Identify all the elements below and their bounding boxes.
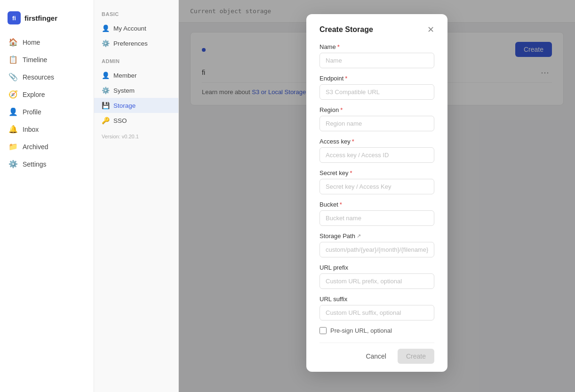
archived-icon: 📁 (8, 142, 18, 151)
required-star-endpoint: * (345, 75, 347, 82)
create-storage-modal: Create Storage ✕ Name * Endpoint * (306, 14, 447, 372)
sidebar-item-explore[interactable]: 🧭 Explore (4, 86, 90, 103)
sidebar-item-label: Resources (23, 73, 54, 81)
version-label: Version: v0.20.1 (94, 128, 178, 139)
form-group-url-prefix: URL prefix (319, 264, 434, 289)
input-access-key[interactable] (319, 147, 434, 163)
system-label: System (113, 87, 135, 94)
label-region: Region * (319, 106, 434, 113)
required-star-access-key: * (352, 138, 354, 145)
timeline-icon: 📋 (8, 55, 18, 64)
form-group-secret-key: Secret key * (319, 169, 434, 194)
input-bucket[interactable] (319, 210, 434, 226)
label-storage-path: Storage Path ↗ (319, 232, 434, 240)
checkbox-presign[interactable] (319, 327, 327, 334)
label-url-prefix: URL prefix (319, 264, 434, 271)
checkbox-row-presign: Pre-sign URL, optional (319, 327, 434, 334)
modal-cancel-button[interactable]: Cancel (359, 349, 393, 364)
sidebar-item-inbox[interactable]: 🔔 Inbox (4, 121, 90, 137)
required-star-bucket: * (340, 201, 342, 208)
profile-icon: 👤 (8, 107, 18, 116)
secondary-nav-member[interactable]: 👤 Member (94, 68, 178, 83)
input-endpoint[interactable] (319, 84, 434, 100)
sidebar-item-archived[interactable]: 📁 Archived (4, 138, 90, 155)
sidebar-item-label: Inbox (23, 126, 39, 133)
sidebar-item-resources[interactable]: 📎 Resources (4, 69, 90, 85)
home-icon: 🏠 (8, 38, 18, 47)
input-secret-key[interactable] (319, 179, 434, 194)
sso-label: SSO (113, 117, 127, 124)
form-group-storage-path: Storage Path ↗ (319, 232, 434, 257)
app-logo[interactable]: fi firstfinger (0, 8, 94, 34)
page-area: Current object storage Create fi ⋯ Learn… (179, 0, 575, 392)
storage-label: Storage (113, 102, 136, 109)
input-region[interactable] (319, 116, 434, 131)
modal-title: Create Storage (319, 25, 373, 34)
sidebar-item-profile[interactable]: 👤 Profile (4, 104, 90, 120)
form-group-endpoint: Endpoint * (319, 75, 434, 100)
app-name: firstfinger (24, 14, 57, 22)
secondary-nav-sso[interactable]: 🔑 SSO (94, 113, 178, 128)
inbox-icon: 🔔 (8, 125, 18, 134)
basic-section-label: Basic (94, 11, 178, 21)
modal-close-button[interactable]: ✕ (427, 25, 434, 34)
secondary-nav-storage[interactable]: 💾 Storage (94, 98, 178, 113)
sidebar-item-label: Settings (23, 160, 47, 168)
required-star-name: * (337, 43, 340, 50)
form-group-access-key: Access key * (319, 138, 434, 163)
input-storage-path[interactable] (319, 242, 434, 257)
secondary-nav-system[interactable]: ⚙️ System (94, 83, 178, 98)
required-star-region: * (340, 106, 343, 113)
sidebar-item-label: Explore (23, 91, 45, 98)
secondary-sidebar: Basic 👤 My Account ⚙️ Preferences Admin … (94, 0, 179, 392)
sidebar-item-timeline[interactable]: 📋 Timeline (4, 51, 90, 68)
preferences-label: Preferences (113, 40, 148, 47)
label-url-suffix: URL suffix (319, 296, 434, 303)
checkbox-presign-label: Pre-sign URL, optional (330, 327, 392, 334)
label-endpoint: Endpoint * (319, 75, 434, 82)
sidebar: fi firstfinger 🏠 Home 📋 Timeline 📎 Resou… (0, 0, 94, 392)
form-group-bucket: Bucket * (319, 201, 434, 226)
my-account-label: My Account (113, 25, 146, 32)
explore-icon: 🧭 (8, 90, 18, 99)
modal-header: Create Storage ✕ (319, 25, 434, 34)
external-link-icon[interactable]: ↗ (357, 233, 361, 239)
secondary-nav-my-account[interactable]: 👤 My Account (94, 21, 178, 36)
settings-icon: ⚙️ (8, 160, 18, 168)
resources-icon: 📎 (8, 72, 18, 81)
storage-icon: 💾 (102, 102, 110, 109)
modal-overlay[interactable]: Create Storage ✕ Name * Endpoint * (179, 0, 575, 392)
label-bucket: Bucket * (319, 201, 434, 208)
sso-icon: 🔑 (102, 117, 110, 124)
member-icon: 👤 (102, 72, 110, 79)
member-label: Member (113, 72, 137, 79)
label-name: Name * (319, 43, 434, 50)
form-group-name: Name * (319, 43, 434, 68)
required-star-secret-key: * (350, 169, 352, 176)
input-url-suffix[interactable] (319, 305, 434, 320)
sidebar-item-label: Archived (23, 143, 48, 151)
preferences-icon: ⚙️ (102, 40, 110, 47)
input-name[interactable] (319, 53, 434, 68)
sidebar-item-label: Timeline (23, 56, 47, 64)
my-account-icon: 👤 (102, 24, 110, 32)
form-group-region: Region * (319, 106, 434, 131)
label-access-key: Access key * (319, 138, 434, 145)
secondary-nav-preferences[interactable]: ⚙️ Preferences (94, 36, 178, 51)
modal-actions: Cancel Create (319, 343, 434, 364)
form-group-url-suffix: URL suffix (319, 296, 434, 320)
sidebar-item-label: Home (23, 39, 40, 46)
sidebar-item-label: Profile (23, 108, 41, 116)
sidebar-item-home[interactable]: 🏠 Home (4, 34, 90, 50)
modal-create-button[interactable]: Create (398, 349, 434, 364)
sidebar-item-settings[interactable]: ⚙️ Settings (4, 156, 90, 172)
main-content: Basic 👤 My Account ⚙️ Preferences Admin … (94, 0, 575, 392)
logo-icon: fi (8, 11, 21, 24)
input-url-prefix[interactable] (319, 273, 434, 289)
admin-section-label: Admin (94, 58, 178, 68)
system-icon: ⚙️ (102, 87, 110, 94)
sidebar-nav: 🏠 Home 📋 Timeline 📎 Resources 🧭 Explore … (0, 34, 94, 172)
label-secret-key: Secret key * (319, 169, 434, 176)
